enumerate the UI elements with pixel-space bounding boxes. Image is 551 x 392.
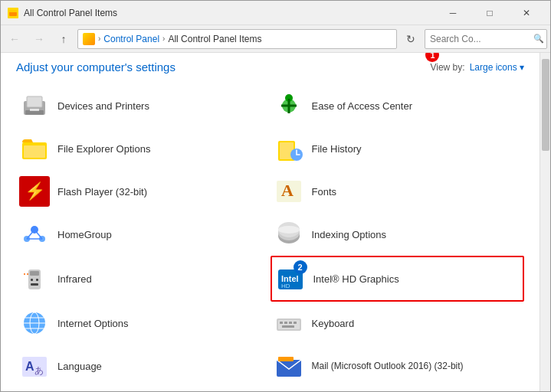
window-controls: ─ □ ✕ [435,1,544,25]
ease-of-access-label: Ease of Access Center [312,100,413,112]
flash-player-icon: ⚡ [19,176,50,207]
main-content: Adjust your computer's settings 1 View b… [1,53,540,391]
svg-rect-43 [278,320,300,329]
infrared-icon [19,263,50,294]
view-by-container: 1 View by: Large icons ▾ [430,62,524,73]
language-icon: A あ [19,351,50,381]
file-explorer-label: File Explorer Options [57,143,150,155]
svg-text:A: A [281,181,294,200]
indexing-options-icon [274,219,304,250]
fonts-label: Fonts [312,186,337,198]
intel-hd-label: Intel® HD Graphics [313,273,399,285]
breadcrumb-arrow-1: › [98,34,100,43]
item-devices-printers[interactable]: Devices and Printers [16,84,271,127]
up-button[interactable]: ↑ [53,28,74,50]
fonts-icon: A [274,176,304,207]
keyboard-icon [274,308,304,338]
svg-text:A: A [25,360,34,373]
content-header: Adjust your computer's settings 1 View b… [16,60,524,74]
svg-point-27 [278,226,300,234]
indexing-options-label: Indexing Options [312,229,387,240]
breadcrumb-control-panel[interactable]: Control Panel [103,34,159,44]
svg-rect-44 [280,322,283,324]
item-keyboard[interactable]: Keyboard [271,302,525,345]
item-homegroup[interactable]: HomeGroup [16,213,271,256]
svg-line-21 [27,230,34,239]
item-language[interactable]: A あ Language [16,345,271,387]
svg-line-22 [34,230,42,239]
window-icon [7,7,19,19]
scrollbar[interactable] [540,53,550,391]
refresh-button[interactable]: ↻ [400,28,421,50]
item-infrared[interactable]: Infrared [16,256,271,302]
view-by-label: View by: [430,62,464,73]
items-grid: Devices and Printers Ease of Access Cent… [16,84,524,391]
homegroup-icon [19,219,50,250]
item-intel-hd[interactable]: 2 Intel HD Intel® HD Graphics [271,256,525,302]
title-bar: All Control Panel Items ─ □ ✕ [1,1,550,25]
svg-rect-29 [30,271,39,276]
svg-rect-53 [278,357,294,361]
internet-options-icon [19,308,50,338]
maximize-button[interactable]: □ [472,1,507,25]
forward-button[interactable]: → [28,28,50,50]
flash-player-label: Flash Player (32-bit) [57,186,147,198]
item-indexing-options[interactable]: Indexing Options [271,213,525,256]
file-explorer-icon [19,133,50,164]
badge-1: 1 [425,53,439,62]
file-history-label: File History [312,143,362,155]
main-window: All Control Panel Items ─ □ ✕ ← → ↑ › Co… [0,0,551,392]
mail-label: Mail (Microsoft Outlook 2016) (32-bit) [312,361,464,371]
svg-rect-45 [284,322,287,324]
mail-icon [274,351,304,381]
back-button[interactable]: ← [4,28,25,50]
search-wrapper [425,29,547,49]
badge-2: 2 [294,260,307,274]
svg-rect-2 [9,10,17,12]
item-ease-of-access[interactable]: Ease of Access Center [271,84,525,127]
svg-rect-32 [31,283,38,286]
svg-rect-46 [289,322,292,324]
item-file-history[interactable]: File History [271,127,525,170]
item-internet-options[interactable]: Internet Options [16,302,271,345]
breadcrumb-arrow-2: › [162,34,165,43]
svg-rect-30 [31,279,33,281]
infrared-label: Infrared [57,273,92,285]
breadcrumb-home-icon [83,33,95,45]
address-bar: ← → ↑ › Control Panel › All Control Pane… [1,25,550,53]
item-flash-player[interactable]: ⚡ Flash Player (32-bit) [16,170,271,213]
search-input[interactable] [425,29,547,49]
more-items-row: ... [16,387,524,391]
svg-rect-31 [36,279,38,281]
language-label: Language [57,361,102,372]
breadcrumb-bar[interactable]: › Control Panel › All Control Panel Item… [77,29,397,49]
minimize-button[interactable]: ─ [435,1,471,25]
svg-rect-12 [24,145,45,158]
homegroup-label: HomeGroup [57,229,112,240]
window-title: All Control Panel Items [24,8,435,18]
svg-text:HD: HD [281,283,290,289]
svg-rect-48 [282,325,294,328]
item-file-explorer[interactable]: File Explorer Options [16,127,271,170]
keyboard-label: Keyboard [312,318,355,329]
content-wrapper: Adjust your computer's settings 1 View b… [1,53,550,391]
svg-text:あ: あ [34,365,44,376]
scroll-thumb[interactable] [542,59,549,151]
file-history-icon [274,133,304,164]
page-title: Adjust your computer's settings [16,60,175,74]
flash-icon-bg: ⚡ [19,176,50,207]
view-by-dropdown[interactable]: Large icons ▾ [470,62,524,73]
ease-of-access-icon [274,90,304,121]
svg-rect-4 [27,96,42,107]
svg-rect-47 [294,322,297,324]
item-mail[interactable]: Mail (Microsoft Outlook 2016) (32-bit) [271,345,525,387]
devices-printers-icon [19,90,50,121]
devices-printers-label: Devices and Printers [57,100,149,112]
close-button[interactable]: ✕ [509,1,544,25]
internet-options-label: Internet Options [57,318,129,329]
breadcrumb-current: All Control Panel Items [168,34,261,44]
item-fonts[interactable]: A Fonts [271,170,525,213]
svg-rect-6 [30,109,39,111]
